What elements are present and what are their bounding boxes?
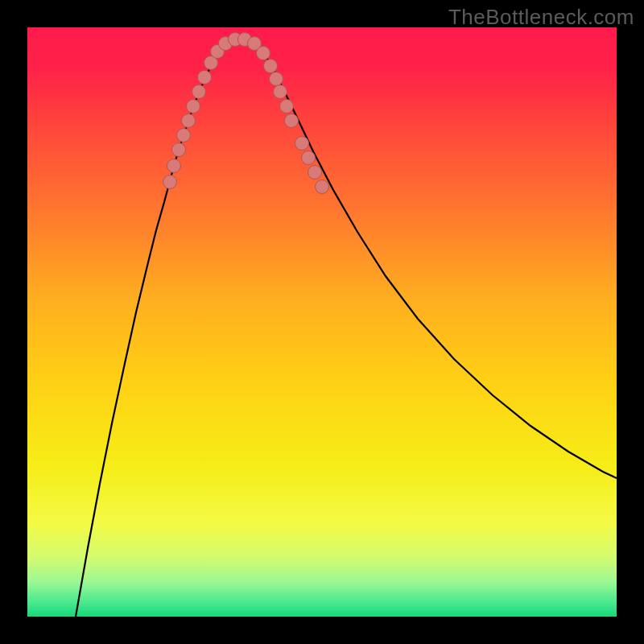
chart-svg	[27, 27, 617, 617]
data-dot	[167, 159, 181, 173]
data-dot	[308, 166, 322, 180]
data-dot	[163, 175, 177, 189]
gradient-background	[27, 27, 617, 617]
data-dot	[198, 71, 212, 85]
data-dot	[270, 72, 283, 86]
data-dot	[316, 180, 329, 194]
outer-frame: TheBottleneck.com	[0, 0, 644, 644]
data-dot	[182, 114, 196, 128]
data-dot	[295, 137, 309, 151]
data-dot	[280, 100, 294, 114]
data-dot	[274, 85, 287, 99]
data-dot	[187, 100, 200, 114]
data-dot	[257, 47, 270, 60]
data-dot	[302, 151, 316, 165]
data-dot	[192, 85, 206, 99]
data-dot	[285, 114, 299, 128]
watermark-text: TheBottleneck.com	[448, 5, 634, 30]
data-dot	[264, 60, 278, 73]
data-dot	[177, 129, 191, 142]
data-dot	[172, 143, 186, 157]
plot-area	[27, 27, 617, 617]
